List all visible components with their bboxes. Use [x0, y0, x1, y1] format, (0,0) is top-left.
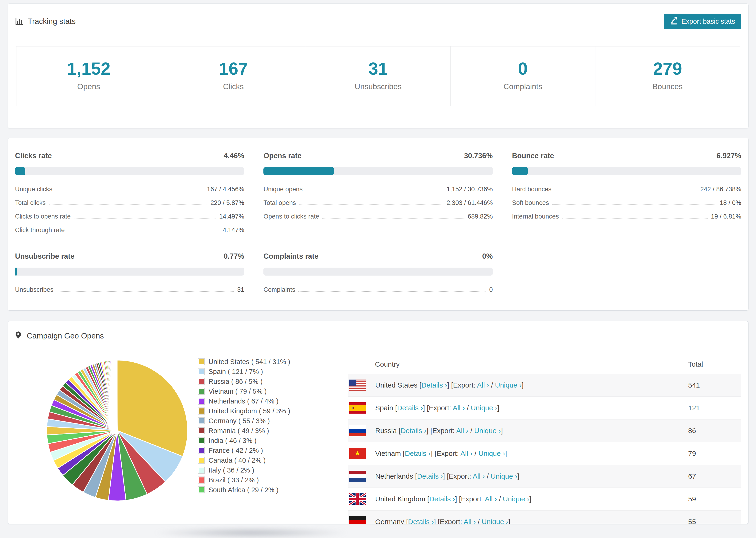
export-unique-link-germany[interactable]: Unique › [482, 518, 508, 524]
dotted-leader [74, 218, 216, 219]
rate-progress-fill [512, 167, 528, 175]
details-link-united-states[interactable]: Details › [421, 381, 447, 389]
country-links-text: Germany [Details ›] [Export: All › / Uni… [375, 518, 510, 524]
rate-block-unsubscribe-rate: Unsubscribe rate0.77%Unsubscribes31 [15, 252, 244, 294]
rate-row-hard-bounces: Hard bounces242 / 86.738% [512, 186, 741, 193]
stat-value-opens: 1,152 [17, 60, 161, 78]
export-label: ] [Export: [423, 404, 453, 412]
rate-row-label: Click through rate [15, 227, 65, 234]
legend-item-romania[interactable]: Romania ( 49 / 3% ) [198, 426, 313, 436]
legend-item-italy[interactable]: Italy ( 36 / 2% ) [198, 465, 313, 475]
export-unique-link-netherlands[interactable]: Unique › [491, 472, 517, 480]
legend-item-brazil[interactable]: Brazil ( 33 / 2% ) [198, 475, 313, 485]
rate-block-complaints-rate: Complaints rate0%Complaints0 [263, 252, 493, 294]
export-all-link-russia[interactable]: All › [456, 427, 468, 435]
slash: / [485, 472, 491, 480]
export-all-link-vietnam[interactable]: All › [460, 450, 473, 457]
flag-gb-icon [350, 493, 366, 505]
details-link-spain[interactable]: Details › [397, 404, 423, 412]
cell-total-spain: 121 [688, 397, 741, 419]
stat-summary-row: 1,152Opens167Clicks31Unsubscribes0Compla… [16, 46, 740, 106]
rate-row-value: 0 [489, 286, 493, 294]
stat-value-unsubscribes: 31 [306, 60, 450, 78]
dotted-leader [49, 204, 207, 205]
legend-item-russia[interactable]: Russia ( 86 / 5% ) [198, 377, 313, 386]
legend-swatch-france [198, 447, 205, 454]
export-unique-link-vietnam[interactable]: Unique › [478, 450, 505, 457]
legend-label: Canada ( 40 / 2% ) [208, 457, 266, 464]
country-name: Netherlands [375, 472, 415, 480]
rate-progress-fill [15, 268, 17, 276]
country-row-content: United States [Details ›] [Export: All ›… [348, 380, 688, 391]
export-basic-stats-button[interactable]: Export basic stats [664, 14, 741, 29]
export-all-link-netherlands[interactable]: All › [473, 472, 485, 480]
dotted-leader [306, 191, 443, 191]
export-unique-link-united-kingdom[interactable]: Unique › [503, 495, 529, 503]
rate-row-value: 18 / 0% [720, 199, 741, 207]
legend-item-canada[interactable]: Canada ( 40 / 2% ) [198, 456, 313, 465]
table-row-germany: Germany [Details ›] [Export: All › / Uni… [348, 511, 741, 524]
rate-row-total-clicks: Total clicks220 / 5.87% [15, 199, 244, 207]
export-all-link-spain[interactable]: All › [453, 404, 465, 412]
country-name: Russia [375, 427, 399, 435]
legend-item-united-kingdom[interactable]: United Kingdom ( 59 / 3% ) [198, 406, 313, 416]
legend-label: Netherlands ( 67 / 4% ) [208, 398, 279, 405]
tracking-stats-card: Tracking stats Export basic stats 1,152O… [8, 4, 748, 129]
legend-item-united-states[interactable]: United States ( 541 / 31% ) [198, 357, 313, 367]
rate-row-unsubscribes: Unsubscribes31 [15, 286, 244, 294]
export-all-link-united-kingdom[interactable]: All › [485, 495, 497, 503]
country-name: Germany [375, 518, 406, 524]
rate-row-value: 19 / 6.81% [711, 213, 741, 220]
map-pin-icon [15, 331, 22, 341]
legend-item-india[interactable]: India ( 46 / 3% ) [198, 436, 313, 446]
export-unique-link-spain[interactable]: Unique › [471, 404, 497, 412]
stat-cell-clicks: 167Clicks [161, 46, 306, 106]
rate-progress-bar [512, 167, 741, 175]
export-unique-link-united-states[interactable]: Unique › [495, 381, 521, 389]
rate-row-label: Hard bounces [512, 186, 552, 193]
column-header-country: Country [348, 355, 688, 374]
legend-item-germany[interactable]: Germany ( 55 / 3% ) [198, 416, 313, 426]
rate-row-value: 167 / 4.456% [207, 186, 244, 193]
legend-item-france[interactable]: France ( 42 / 2% ) [198, 446, 313, 456]
rate-block-bounce-rate: Bounce rate6.927%Hard bounces242 / 86.73… [512, 152, 741, 234]
dotted-leader [56, 191, 203, 191]
table-row-spain: Spain [Details ›] [Export: All › / Uniqu… [348, 397, 741, 419]
page-title: Tracking stats [28, 17, 76, 26]
details-link-germany[interactable]: Details › [408, 518, 434, 524]
bracket: ] [497, 404, 499, 412]
rate-row-label: Total clicks [15, 199, 46, 207]
rate-row-internal-bounces: Internal bounces19 / 6.81% [512, 213, 741, 220]
export-button-label: Export basic stats [681, 18, 735, 26]
cell-country-vietnam: Vietnam [Details ›] [Export: All › / Uni… [348, 442, 688, 465]
details-link-russia[interactable]: Details › [401, 427, 426, 435]
legend-item-vietnam[interactable]: Vietnam ( 79 / 5% ) [198, 386, 313, 396]
legend-item-spain[interactable]: Spain ( 121 / 7% ) [198, 367, 313, 377]
legend-swatch-italy [198, 467, 205, 474]
cell-total-united-kingdom: 59 [688, 488, 741, 511]
legend-swatch-vietnam [198, 388, 205, 395]
bracket: [ [403, 450, 405, 457]
details-link-united-kingdom[interactable]: Details › [429, 495, 455, 503]
export-all-link-united-states[interactable]: All › [477, 381, 489, 389]
rate-row-soft-bounces: Soft bounces18 / 0% [512, 199, 741, 207]
cell-country-netherlands: Netherlands [Details ›] [Export: All › /… [348, 465, 688, 488]
details-link-netherlands[interactable]: Details › [417, 472, 443, 480]
dotted-leader [57, 291, 234, 292]
export-all-link-germany[interactable]: All › [464, 518, 476, 524]
legend-swatch-russia [198, 378, 205, 385]
details-link-vietnam[interactable]: Details › [405, 450, 431, 457]
campaign-geo-opens-card: Campaign Geo Opens United States ( 541 /… [8, 321, 748, 524]
dotted-leader [299, 204, 443, 205]
country-links-text: Netherlands [Details ›] [Export: All › /… [375, 472, 519, 480]
export-label: ] [Export: [443, 472, 473, 480]
slash: / [476, 518, 482, 524]
export-unique-link-russia[interactable]: Unique › [474, 427, 501, 435]
cell-total-russia: 86 [688, 419, 741, 442]
legend-swatch-canada [198, 457, 205, 464]
legend-item-netherlands[interactable]: Netherlands ( 67 / 4% ) [198, 396, 313, 406]
flag-nl-icon [350, 471, 366, 482]
cell-total-vietnam: 79 [688, 442, 741, 465]
geo-opens-header: Campaign Geo Opens [15, 321, 741, 348]
legend-item-south-africa[interactable]: South Africa ( 29 / 2% ) [198, 485, 313, 495]
